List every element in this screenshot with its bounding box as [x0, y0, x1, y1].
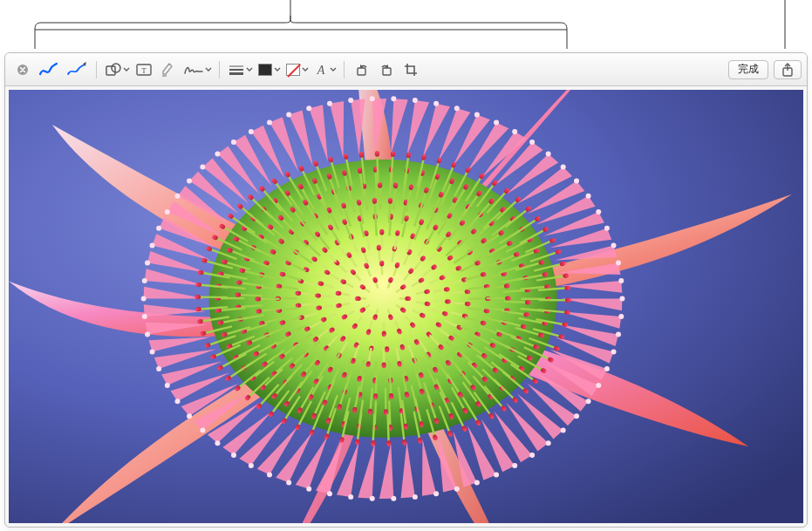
highlight-button[interactable]	[156, 59, 181, 80]
markup-toolbar: T A	[5, 53, 807, 86]
svg-point-43	[249, 463, 254, 468]
draw-icon	[66, 62, 87, 78]
svg-point-25	[586, 398, 591, 404]
svg-point-55	[142, 278, 147, 283]
svg-point-62	[200, 164, 205, 169]
svg-point-31	[494, 473, 499, 478]
svg-point-79	[529, 140, 535, 145]
done-button[interactable]: 完成	[728, 60, 768, 79]
svg-point-58	[156, 226, 161, 231]
image-canvas[interactable]: (function(){ var ns="http://www.w3.org/2…	[9, 90, 803, 523]
chevron-down-icon	[246, 67, 253, 72]
callout-lines	[0, 0, 812, 52]
separator	[219, 61, 220, 78]
svg-point-22	[611, 350, 617, 355]
separator	[344, 61, 345, 78]
svg-point-53	[142, 314, 147, 319]
rotate-left-icon	[355, 63, 369, 77]
text-button[interactable]: T	[132, 59, 156, 80]
svg-point-51	[150, 350, 155, 355]
font-style-button[interactable]: A	[310, 59, 338, 80]
svg-point-29	[529, 453, 535, 458]
fill-color-button[interactable]	[255, 59, 283, 80]
svg-point-66	[267, 119, 272, 125]
share-button[interactable]	[774, 60, 802, 79]
svg-point-23	[604, 366, 610, 371]
close-icon	[17, 64, 29, 76]
signature-icon	[184, 64, 203, 76]
svg-point-78	[512, 129, 517, 134]
sketch-tool-button[interactable]	[35, 59, 63, 80]
shapes-button[interactable]	[102, 59, 132, 80]
done-button-label: 完成	[738, 62, 759, 77]
signature-button[interactable]	[181, 59, 214, 80]
text-icon: T	[136, 63, 152, 77]
svg-point-75	[454, 106, 460, 111]
svg-point-7	[112, 64, 120, 72]
svg-point-21	[616, 331, 621, 337]
crop-icon	[404, 63, 418, 77]
draw-tool-button[interactable]	[63, 59, 91, 80]
svg-point-39	[327, 491, 332, 496]
rotate-left-button[interactable]	[350, 59, 374, 80]
svg-point-83	[586, 194, 591, 199]
font-icon: A	[314, 63, 328, 77]
svg-point-81	[561, 164, 566, 169]
svg-point-28	[546, 440, 551, 446]
svg-text:A: A	[317, 64, 325, 77]
svg-point-44	[231, 453, 236, 458]
svg-point-59	[165, 209, 170, 214]
svg-point-45	[215, 440, 220, 446]
svg-point-41	[286, 480, 291, 485]
svg-point-76	[474, 112, 480, 117]
rotate-right-button[interactable]	[374, 59, 399, 80]
svg-point-101	[355, 296, 361, 301]
svg-point-389	[255, 296, 261, 301]
svg-rect-818	[538, 299, 568, 302]
svg-point-38	[348, 494, 353, 500]
chevron-down-icon	[330, 67, 337, 72]
chevron-down-icon	[123, 67, 130, 72]
crop-button[interactable]	[399, 59, 423, 80]
svg-point-36	[391, 496, 396, 501]
svg-point-61	[187, 179, 192, 184]
svg-point-84	[596, 209, 601, 214]
svg-point-47	[187, 413, 192, 419]
svg-point-35	[413, 494, 418, 500]
svg-point-42	[267, 473, 272, 478]
svg-text:T: T	[141, 66, 147, 75]
separator	[96, 61, 97, 78]
line-style-button[interactable]	[225, 59, 255, 80]
close-button[interactable]	[10, 59, 35, 80]
chevron-down-icon	[274, 67, 281, 72]
chevron-down-icon	[205, 67, 212, 72]
svg-point-439	[505, 296, 511, 300]
svg-point-33	[454, 487, 460, 492]
svg-point-68	[306, 106, 311, 111]
svg-point-70	[348, 98, 353, 103]
svg-point-27	[561, 427, 566, 432]
svg-rect-744	[198, 296, 228, 298]
svg-point-56	[145, 260, 150, 265]
border-color-button[interactable]	[283, 59, 310, 80]
svg-point-87	[616, 260, 621, 265]
svg-point-46	[200, 427, 205, 432]
svg-point-19	[619, 296, 624, 301]
rotate-right-icon	[379, 63, 393, 77]
shapes-icon	[106, 63, 121, 77]
svg-point-32	[474, 480, 480, 485]
flower-image: (function(){ var ns="http://www.w3.org/2…	[9, 90, 803, 523]
svg-point-82	[574, 179, 579, 184]
svg-point-20	[618, 314, 624, 319]
svg-point-64	[231, 140, 236, 145]
svg-point-54	[141, 296, 147, 301]
svg-point-49	[165, 383, 170, 388]
markup-window: T A	[4, 52, 808, 528]
svg-rect-6	[106, 66, 115, 75]
svg-point-69	[327, 101, 332, 106]
svg-rect-15	[383, 68, 391, 75]
svg-point-60	[175, 194, 181, 199]
svg-point-52	[145, 331, 150, 337]
sketch-icon	[38, 62, 59, 78]
svg-point-71	[370, 96, 375, 101]
